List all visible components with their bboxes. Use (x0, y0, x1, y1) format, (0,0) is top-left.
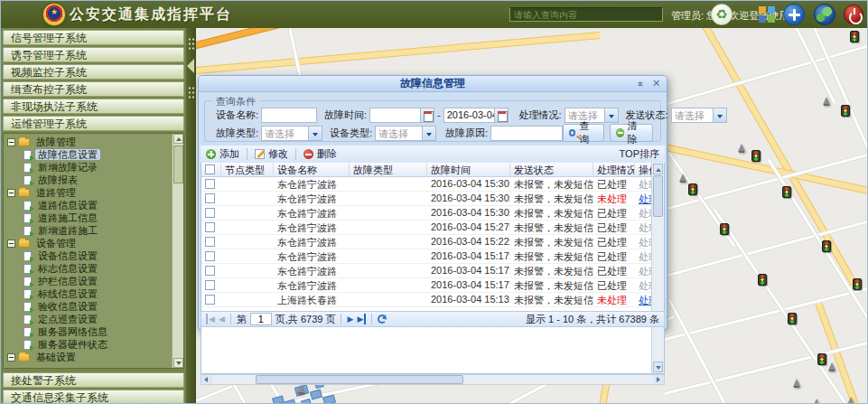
refresh-icon[interactable]: ♻ (711, 4, 733, 25)
row-checkbox[interactable] (205, 280, 215, 290)
tree-scrollbar[interactable] (172, 134, 183, 368)
dialog-title[interactable]: 故障信息管理 (199, 76, 667, 92)
calendar-icon[interactable] (420, 108, 434, 123)
traffic-light-icon[interactable] (853, 278, 862, 290)
power-icon[interactable] (844, 5, 863, 24)
add-icon[interactable] (783, 4, 805, 25)
dialog-collapse-icon[interactable]: » (634, 78, 647, 91)
sidebar-panel-header[interactable]: 接处警子系统 (3, 372, 184, 388)
chevron-down-icon[interactable] (422, 126, 436, 141)
scroll-up-icon[interactable] (653, 164, 663, 174)
apps-grid-icon[interactable] (759, 6, 776, 23)
row-checkbox[interactable] (205, 266, 215, 276)
pager-next-button[interactable]: ▶ (347, 314, 353, 324)
scroll-left-icon[interactable] (201, 375, 212, 384)
global-search-input[interactable] (509, 7, 663, 22)
camera-icon[interactable] (823, 97, 830, 105)
traffic-light-icon[interactable] (751, 150, 761, 162)
traffic-light-icon[interactable] (841, 105, 850, 117)
col-device-name[interactable]: 设备名称 (274, 163, 350, 176)
scroll-down-icon[interactable] (653, 362, 663, 372)
query-button[interactable]: 查询 (563, 124, 604, 142)
table-row[interactable]: 东仓路宁波路 2016-03-04 15:17:01 未报警，未发短信 已处理 … (201, 278, 651, 293)
pager-first-button[interactable]: ◀ (206, 314, 215, 324)
tree-collapse-icon[interactable] (7, 189, 15, 197)
fault-type-select[interactable]: 请选择 (261, 126, 322, 141)
select-all-checkbox-cell[interactable] (201, 163, 221, 176)
camera-icon[interactable] (793, 379, 800, 387)
dialog-close-icon[interactable]: ✕ (649, 78, 663, 90)
tree-item[interactable]: 护栏信息设置 (23, 276, 171, 287)
tree-item[interactable]: 道路信息设置 (23, 200, 171, 211)
col-send-status[interactable]: 发送状态 (510, 163, 593, 176)
sidebar-panel-header[interactable]: 运维管理子系统 (3, 116, 184, 131)
page-number-input[interactable] (250, 313, 272, 325)
table-row[interactable]: 东仓路宁波路 2016-03-04 15:30:00 未报警，未发短信 未处理 … (201, 192, 651, 206)
tree-item[interactable]: 服务器网络信息 (23, 326, 171, 337)
traffic-light-icon[interactable] (788, 313, 797, 324)
sidebar-panel-header[interactable]: 诱导管理子系统 (3, 47, 184, 62)
fault-time-from-field[interactable] (369, 108, 434, 123)
pager-refresh-icon[interactable] (378, 315, 387, 324)
table-row[interactable]: 东仓路宁波路 2016-03-04 15:30:00 未报警，未发短信 已处理 … (201, 206, 651, 221)
tree-item[interactable]: 定点巡查设置 (23, 314, 171, 324)
handle-link[interactable]: 处理 (639, 179, 651, 190)
col-fault-time[interactable]: 故障时间 (427, 163, 510, 176)
table-row[interactable]: 东仓路宁波路 2016-03-04 15:30:00 未报警，未发短信 已处理 … (201, 177, 651, 192)
chevron-down-icon[interactable] (308, 126, 322, 141)
scroll-thumb[interactable] (653, 175, 663, 217)
tree-item[interactable]: 设备信息设置 (23, 250, 171, 261)
scroll-thumb[interactable] (173, 146, 183, 183)
chevron-down-icon[interactable] (713, 108, 727, 123)
pager-prev-button[interactable]: ◀ (219, 314, 225, 324)
traffic-light-icon[interactable] (822, 240, 831, 252)
tree-item[interactable]: 故障报表 (23, 174, 171, 185)
traffic-light-icon[interactable] (817, 353, 826, 365)
fault-reason-input[interactable] (490, 126, 563, 141)
top-sort-button[interactable]: TOP排序 (620, 147, 659, 161)
scroll-right-icon[interactable] (653, 375, 664, 384)
edit-record-button[interactable]: 修改 (255, 147, 288, 161)
handle-link[interactable]: 处理 (639, 295, 651, 305)
header-checkbox[interactable] (205, 164, 215, 174)
handle-link[interactable]: 处理 (639, 237, 651, 248)
tree-collapse-icon[interactable] (7, 353, 15, 362)
traffic-light-icon[interactable] (850, 31, 859, 42)
sidebar-panel-header[interactable]: 交通信息采集子系统 (3, 390, 184, 404)
handle-link[interactable]: 处理 (639, 222, 651, 233)
send-status-select[interactable]: 请选择 (671, 108, 727, 123)
row-checkbox[interactable] (205, 222, 215, 232)
calendar-icon[interactable] (494, 108, 509, 123)
camera-icon[interactable] (847, 397, 854, 404)
handle-link[interactable]: 处理 (639, 266, 651, 277)
tree-item[interactable]: 故障信息设置 (23, 149, 171, 160)
tree-item[interactable]: 道路施工信息 (23, 212, 171, 223)
camera-icon[interactable] (738, 144, 745, 152)
camera-icon[interactable] (679, 174, 686, 182)
table-row[interactable]: 东仓路宁波路 2016-03-04 15:27:00 未报警，未发短信 已处理 … (201, 221, 651, 235)
row-checkbox[interactable] (205, 179, 215, 189)
add-record-button[interactable]: 添加 (206, 147, 239, 161)
tree-item[interactable]: 设备管理 (7, 238, 171, 249)
scroll-thumb[interactable] (256, 375, 463, 384)
traffic-light-icon[interactable] (688, 183, 697, 195)
chevron-down-icon[interactable] (604, 108, 619, 123)
sidebar-panel-header[interactable]: 信号管理子系统 (3, 30, 184, 45)
tree-item[interactable]: 新增故障记录 (23, 162, 171, 173)
row-checkbox[interactable] (205, 237, 215, 247)
camera-icon[interactable] (813, 399, 820, 404)
globe-icon[interactable] (814, 4, 835, 25)
handle-link[interactable]: 处理 (639, 280, 651, 291)
camera-icon[interactable] (297, 385, 304, 393)
table-row[interactable]: 东仓路宁波路 2016-03-04 15:22:50 未报警，未发短信 已处理 … (201, 235, 651, 249)
tree-item[interactable]: 服务器硬件状态 (23, 339, 171, 350)
handle-link[interactable]: 处理 (639, 208, 651, 219)
pager-last-button[interactable]: ▶ (357, 314, 366, 324)
col-fault-type[interactable]: 故障类型 (350, 163, 427, 176)
tree-item[interactable]: 基础设置 (7, 352, 171, 362)
scroll-down-icon[interactable] (173, 358, 183, 368)
tree-collapse-icon[interactable] (7, 138, 15, 146)
tree-item[interactable]: 故障管理 (7, 136, 171, 147)
tree-item[interactable]: 验收信息设置 (23, 301, 171, 312)
tree-collapse-icon[interactable] (7, 240, 15, 248)
